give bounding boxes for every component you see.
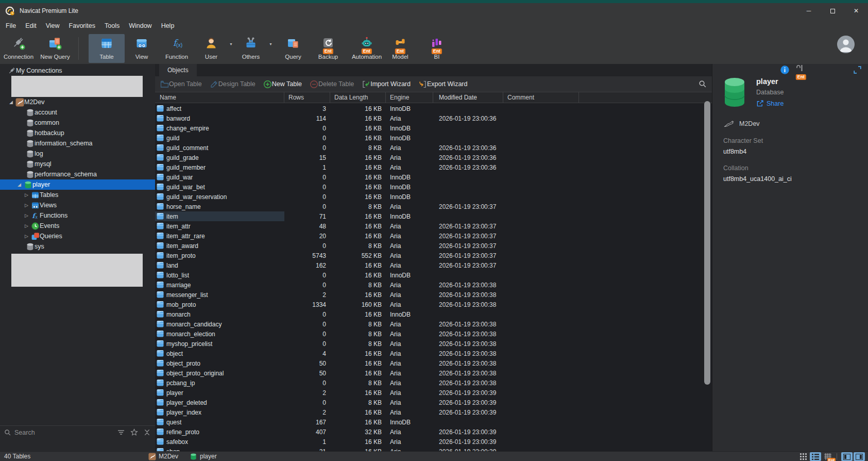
table-row[interactable]: safebox116 KBAria2026-01-19 23:00:39 bbox=[155, 437, 712, 447]
maximize-button[interactable] bbox=[821, 3, 844, 19]
table-row[interactable]: monarch_candidacy08 KBAria2026-01-19 23:… bbox=[155, 319, 712, 329]
tree-db-hotbackup[interactable]: hotbackup bbox=[0, 128, 155, 138]
tree-connection-m2dev[interactable]: ◢M2Dev bbox=[0, 97, 155, 107]
toolbar-query-button[interactable]: Query bbox=[277, 34, 310, 63]
tree-db-information-schema[interactable]: information_schema bbox=[0, 138, 155, 149]
table-row[interactable]: item7116 KBInnoDB bbox=[155, 211, 712, 221]
chevron-down-icon[interactable]: ▼ bbox=[269, 42, 273, 46]
filter-button[interactable] bbox=[117, 429, 125, 436]
table-row[interactable]: guild_member116 KBAria2026-01-19 23:00:3… bbox=[155, 162, 712, 172]
tab-objects[interactable]: Objects bbox=[159, 64, 197, 76]
table-row[interactable]: quest16716 KBInnoDB bbox=[155, 417, 712, 427]
toolbar-user-button[interactable]: ▼User bbox=[196, 34, 226, 63]
table-row[interactable]: myshop_pricelist08 KBAria2026-01-19 23:0… bbox=[155, 339, 712, 349]
share-button[interactable]: Share bbox=[756, 100, 784, 107]
info-icon[interactable] bbox=[780, 65, 790, 75]
column-header-data-length[interactable]: Data Length bbox=[330, 92, 386, 103]
user-avatar[interactable] bbox=[837, 36, 855, 53]
tree-player-events[interactable]: ▷Events bbox=[0, 221, 155, 231]
column-header-rows[interactable]: Rows bbox=[284, 92, 330, 103]
tree-player-functions[interactable]: ▷fxFunctions bbox=[0, 210, 155, 221]
expand-expanded-icon[interactable]: ◢ bbox=[18, 182, 24, 187]
table-row[interactable]: object416 KBAria2026-01-19 23:00:38 bbox=[155, 349, 712, 358]
toolbar-automation-button[interactable]: EntAutomation bbox=[346, 34, 387, 63]
table-row[interactable]: pcbang_ip08 KBAria2026-01-19 23:00:38 bbox=[155, 378, 712, 388]
table-row[interactable]: player_index216 KBAria2026-01-19 23:00:3… bbox=[155, 407, 712, 417]
tree-db-mysql[interactable]: mysql bbox=[0, 159, 155, 169]
table-row[interactable]: object_proto_original5016 KBAria2026-01-… bbox=[155, 368, 712, 378]
toggle-left-pane-button[interactable] bbox=[841, 452, 853, 461]
table-row[interactable]: monarch_election08 KBAria2026-01-19 23:0… bbox=[155, 329, 712, 339]
column-header-engine[interactable]: Engine bbox=[386, 92, 433, 103]
table-row[interactable]: monarch016 KBInnoDB bbox=[155, 309, 712, 319]
table-row[interactable]: item_attr_rare2016 KBAria2026-01-19 23:0… bbox=[155, 231, 712, 241]
table-row[interactable]: item_award08 KBAria2026-01-19 23:00:37 bbox=[155, 241, 712, 251]
status-connection[interactable]: M2Dev bbox=[148, 453, 178, 460]
expand-collapsed-icon[interactable]: ▷ bbox=[25, 223, 31, 228]
table-row[interactable]: affect316 KBInnoDB bbox=[155, 104, 712, 113]
import-wizard-button[interactable]: Import Wizard bbox=[362, 80, 411, 89]
table-row[interactable]: guild016 KBInnoDB bbox=[155, 133, 712, 143]
table-row[interactable]: guild_grade1516 KBAria2026-01-19 23:00:3… bbox=[155, 153, 712, 162]
menu-item-help[interactable]: Help bbox=[157, 20, 179, 31]
table-row[interactable]: lotto_list016 KBInnoDB bbox=[155, 270, 712, 280]
table-row[interactable]: marriage08 KBAria2026-01-19 23:00:38 bbox=[155, 280, 712, 290]
toolbar-connection-button[interactable]: Connection bbox=[0, 34, 37, 63]
list-view-button[interactable] bbox=[810, 452, 821, 461]
table-row[interactable]: horse_name08 KBAria2026-01-19 23:00:37 bbox=[155, 202, 712, 211]
table-row[interactable]: refine_proto40732 KBAria2026-01-19 23:00… bbox=[155, 427, 712, 437]
minimize-button[interactable]: ─ bbox=[797, 3, 821, 19]
export-wizard-button[interactable]: Export Wizard bbox=[418, 80, 468, 89]
table-row[interactable]: banword11416 KBAria2026-01-19 23:00:36 bbox=[155, 113, 712, 123]
table-row[interactable]: item_proto5743552 KBAria2026-01-19 23:00… bbox=[155, 251, 712, 260]
expand-collapsed-icon[interactable]: ▷ bbox=[25, 234, 31, 239]
toolbar-view-button[interactable]: View bbox=[125, 34, 158, 63]
menu-item-view[interactable]: View bbox=[41, 20, 64, 31]
column-header-name[interactable]: Name bbox=[155, 92, 284, 103]
tree-player-tables[interactable]: ▷Tables bbox=[0, 190, 155, 200]
toolbar-bi-button[interactable]: EntBI bbox=[421, 34, 452, 63]
menu-item-window[interactable]: Window bbox=[124, 20, 156, 31]
tree-my-connections[interactable]: My Connections bbox=[0, 65, 155, 76]
design-table-button[interactable]: Design Table bbox=[210, 80, 256, 89]
tree-db-player[interactable]: ◢player bbox=[0, 179, 155, 190]
table-row[interactable]: guild_war016 KBInnoDB bbox=[155, 172, 712, 182]
table-row[interactable]: guild_war_bet016 KBInnoDB bbox=[155, 182, 712, 192]
tree-db-log[interactable]: log bbox=[0, 149, 155, 159]
objects-search-icon[interactable] bbox=[699, 80, 707, 88]
tree-db-performance-schema[interactable]: performance_schema bbox=[0, 169, 155, 179]
table-row[interactable]: change_empire016 KBInnoDB bbox=[155, 123, 712, 133]
table-row[interactable]: land16216 KBAria2026-01-19 23:00:37 bbox=[155, 260, 712, 270]
column-header-comment[interactable]: Comment bbox=[503, 92, 579, 103]
toolbar-function-button[interactable]: f(x)Function bbox=[159, 34, 195, 63]
table-row[interactable]: object_proto5016 KBAria2026-01-19 23:00:… bbox=[155, 358, 712, 368]
expand-collapsed-icon[interactable]: ▷ bbox=[25, 192, 31, 197]
toggle-right-pane-button[interactable] bbox=[854, 452, 865, 461]
toolbar-table-button[interactable]: Table bbox=[89, 34, 125, 63]
toolbar-others-button[interactable]: ▼Others bbox=[236, 34, 266, 63]
tree-player-views[interactable]: ▷Views bbox=[0, 200, 155, 210]
table-row[interactable]: guild_war_reservation016 KBInnoDB bbox=[155, 192, 712, 202]
delete-table-button[interactable]: Delete Table bbox=[310, 80, 354, 89]
expand-panel-icon[interactable] bbox=[853, 65, 862, 74]
expand-collapsed-icon[interactable]: ▷ bbox=[25, 203, 31, 208]
status-database[interactable]: player bbox=[190, 453, 217, 460]
grid-view-button[interactable] bbox=[797, 452, 809, 461]
toolbar-model-button[interactable]: EntModel bbox=[385, 34, 416, 63]
column-header-modified-date[interactable]: Modified Date bbox=[433, 92, 503, 103]
menu-item-edit[interactable]: Edit bbox=[21, 20, 41, 31]
expand-expanded-icon[interactable]: ◢ bbox=[9, 100, 15, 105]
ai-assistant-icon[interactable]: Ent bbox=[795, 64, 807, 77]
chevron-down-icon[interactable]: ▼ bbox=[229, 42, 233, 46]
open-table-button[interactable]: Open Table bbox=[160, 80, 202, 89]
table-row[interactable]: guild_comment08 KBAria2026-01-19 23:00:3… bbox=[155, 143, 712, 153]
vertical-scrollbar[interactable] bbox=[704, 101, 710, 385]
toolbar-new-query-button[interactable]: New Query bbox=[37, 34, 74, 63]
table-row[interactable]: item_attr4816 KBAria2026-01-19 23:00:37 bbox=[155, 221, 712, 231]
tree-db-sys[interactable]: sys bbox=[0, 241, 155, 252]
tree-db-account[interactable]: account bbox=[0, 107, 155, 118]
table-row[interactable]: player_deleted08 KBAria2026-01-19 23:00:… bbox=[155, 398, 712, 407]
favorites-button[interactable] bbox=[130, 429, 138, 436]
collapse-all-button[interactable] bbox=[143, 429, 151, 436]
toolbar-backup-button[interactable]: EntBackup bbox=[311, 34, 346, 63]
